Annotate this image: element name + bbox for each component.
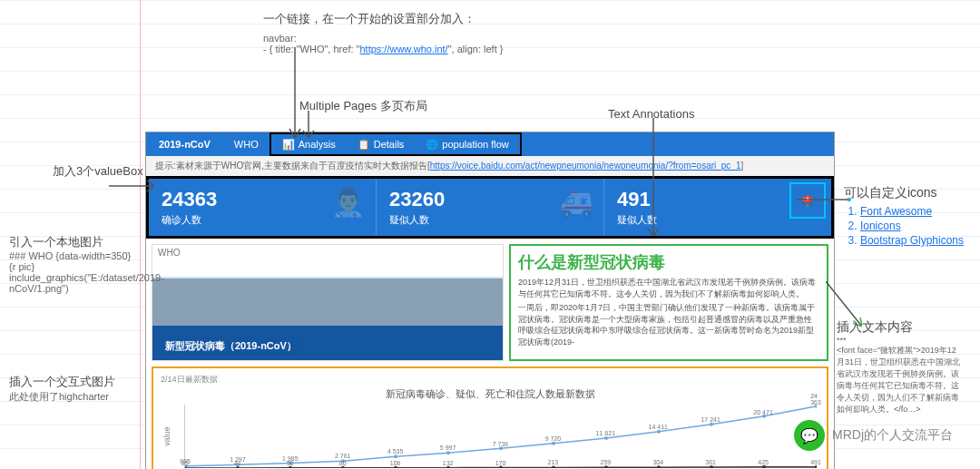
valuebox-suspected: 23260 疑似人数 🚑	[377, 179, 604, 236]
chart-ylabel: value	[162, 426, 172, 446]
svg-point-29	[710, 465, 713, 468]
tab-details[interactable]: 📋 Details	[347, 134, 416, 154]
subheader-pre: 提示:素材来源于WHO官网,主要数据来自于百度疫情实时大数据报告[	[155, 161, 430, 171]
arrow-multipages	[299, 111, 318, 138]
svg-point-26	[552, 465, 555, 468]
icon-link-glyph[interactable]: Bootstrap Glyphicons	[860, 234, 964, 247]
chart-card: 2/14日最新数据 新冠病毒确诊、疑似、死亡和住院人数最新数据 value 83…	[152, 366, 828, 469]
svg-point-22	[341, 466, 345, 468]
svg-point-28	[657, 465, 661, 468]
code-line-1: navbar:	[263, 33, 503, 44]
tab-population[interactable]: 🌐 population flow	[415, 134, 519, 154]
anno-multipages: Multiple Pages 多页布局	[299, 98, 427, 114]
valueboxes-row: 24363 确诊人数 👨‍⚕️ 23260 疑似人数 🚑 491 疑似人数 ⛑️	[146, 176, 834, 239]
code-line-2: - { title: "WHO", href: "https://www.who…	[263, 44, 503, 54]
subheader-post: ]	[741, 161, 744, 171]
text-annotation-card: 什么是新型冠状病毒 2019年12月31日，世卫组织获悉在中国湖北省武汉市发现若…	[509, 244, 828, 361]
localimg-code3: include_graphics("E:/dataset/2019-nCoV/1…	[9, 272, 145, 294]
tab-details-label: Details	[374, 139, 405, 150]
text-card-title: 什么是新型冠状病毒	[518, 251, 819, 273]
text-card-p2: 一周后，即2020年1月7日，中国主管部门确认他们发现了一种新病毒。该病毒属于冠…	[518, 302, 819, 347]
svg-point-20	[236, 466, 240, 468]
watermark-text: MRDj的个人交流平台	[832, 427, 953, 444]
anno-navbar-link: 一个链接，在一个开始的设置部分加入： navbar: - { title: "W…	[263, 11, 503, 54]
valuebox-confirmed: 24363 确诊人数 👨‍⚕️	[149, 179, 377, 236]
navbar-title: 2019-nCoV	[146, 139, 223, 150]
text-card-p1: 2019年12月31日，世卫组织获悉在中国湖北省武汉市发现若干例肺炎病例。该病毒…	[518, 277, 819, 299]
svg-point-30	[762, 465, 766, 468]
who-card: WHO 新型冠状病毒（2019-nCoV）	[152, 244, 504, 361]
dashboard-frame: 2019-nCoV WHO 📊 Analysis 📋 Details 🌐 pop…	[145, 132, 835, 469]
navbar: 2019-nCoV WHO 📊 Analysis 📋 Details 🌐 pop…	[146, 132, 834, 156]
svg-point-24	[446, 466, 450, 468]
anno-navbar-title: 一个链接，在一个开始的设置部分加入：	[263, 11, 503, 27]
arrow-valuebox	[109, 177, 154, 195]
chart-date: 2/14日最新数据	[161, 374, 819, 386]
anno-localimg-title: 引入一个本地图片	[9, 234, 145, 250]
arrow-textanno	[644, 118, 662, 236]
localimg-code1: ### WHO {data-width=350}	[9, 250, 145, 261]
wechat-icon: 💬	[794, 420, 825, 451]
tab-analysis-label: Analysis	[299, 139, 336, 150]
valuebox-deaths: 491 疑似人数 ⛑️	[604, 179, 831, 236]
ambulance-icon: 🚑	[559, 186, 593, 218]
anno-chart-title: 插入一个交互式图片	[9, 374, 115, 390]
row-2: WHO 新型冠状病毒（2019-nCoV） 什么是新型冠状病毒 2019年12月…	[146, 239, 834, 366]
svg-point-10	[394, 454, 397, 458]
code-pre: - { title: "WHO", href: "	[263, 44, 359, 54]
who-image: 新型冠状病毒（2019-nCoV）	[152, 260, 503, 360]
anno-chart-sub: 此处使用了highcharter	[9, 390, 115, 404]
chart-title: 新冠病毒确诊、疑似、死亡和住院人数最新数据	[161, 387, 819, 401]
svg-point-18	[815, 405, 817, 408]
svg-point-21	[289, 466, 292, 468]
svg-point-11	[446, 451, 450, 454]
chart-area[interactable]: value 8351 2971 9852 7614 5355 9977 7369…	[161, 405, 819, 469]
anno-textanno: Text Annotations	[608, 107, 694, 121]
localimg-code2: {r pic}	[9, 261, 145, 272]
svg-point-27	[604, 465, 608, 468]
anno-localimg: 引入一个本地图片 ### WHO {data-width=350} {r pic…	[9, 234, 145, 294]
anno-icons-title: 可以自定义icons	[844, 185, 964, 201]
code-post: ", align: left }	[448, 44, 504, 54]
navbar-who-link[interactable]: WHO	[223, 132, 270, 156]
subheader: 提示:素材来源于WHO官网,主要数据来自于百度疫情实时大数据报告[https:/…	[146, 156, 834, 176]
who-image-caption: 新型冠状病毒（2019-nCoV）	[162, 337, 300, 355]
tab-population-label: population flow	[442, 139, 508, 150]
icon-link-ion[interactable]: Ionicons	[860, 220, 964, 232]
anno-icons: 可以自定义icons Font Awesome Ionicons Bootstr…	[844, 185, 964, 249]
anno-chart: 插入一个交互式图片 此处使用了highcharter	[9, 374, 115, 404]
who-card-header: WHO	[152, 245, 503, 260]
anno-textinsert-title: 插入文本内容	[837, 319, 964, 336]
chart-plot: 8351 2971 9852 7614 5355 9977 7369 72011…	[184, 405, 816, 468]
watermark: 💬 MRDj的个人交流平台	[794, 420, 953, 451]
subheader-link[interactable]: https://voice.baidu.com/act/newpneumonia…	[430, 161, 741, 171]
svg-point-23	[394, 466, 397, 468]
icon-link-fa[interactable]: Font Awesome	[860, 205, 964, 218]
svg-point-31	[815, 465, 817, 468]
who-url-link[interactable]: https://www.who.int/	[359, 44, 447, 54]
anno-textinsert: 插入文本内容 *** <font face="微软雅黑">2019年12月31日…	[837, 319, 964, 415]
svg-point-25	[499, 466, 503, 468]
anno-valuebox: 加入3个valueBox	[53, 163, 143, 180]
textinsert-code: *** <font face="微软雅黑">2019年12月31日，世卫组织获悉…	[837, 336, 964, 415]
user-md-icon: 👨‍⚕️	[331, 186, 365, 218]
